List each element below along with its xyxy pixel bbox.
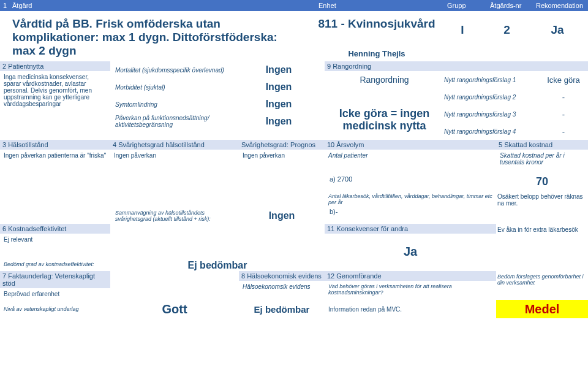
section-11: 11 Konsekvenser för andra Ja xyxy=(325,224,496,259)
health-economic-value: Ej bedömbar xyxy=(239,304,325,315)
volume-a-value: a) 2700 xyxy=(325,175,496,188)
row-volume-values: a) 2700 70 xyxy=(0,175,588,188)
row-final: Nivå av vetenskapligt underlag Gott Ej b… xyxy=(0,300,588,318)
header-grupp: Grupp xyxy=(444,1,487,10)
measure-value: Ingen xyxy=(233,99,325,110)
unit-block: 811 - Kvinnosjukvård Henning Thejls xyxy=(312,17,441,58)
section-9: 9 Rangordning Rangordning Nytt rangordni… xyxy=(325,61,588,140)
unit-person: Henning Thejls xyxy=(312,49,441,58)
section-prognos: Svårighetsgrad: Prognos Ingen påverkan xyxy=(239,140,325,168)
recommendation-value: Ja xyxy=(530,17,585,58)
section-8-body: Hälsoekonomsik evidens xyxy=(239,281,325,292)
ranking-proposal-label: Nytt rangordningsförslag 3 xyxy=(444,111,539,118)
measure-label: Mortalitet (sjukdomsspecifik överlevnad) xyxy=(110,67,233,74)
section-6-head: 6 Kostnadseffektivitet xyxy=(0,224,110,234)
ranking-row: Icke göra = ingen medicinsk nytta Nytt r… xyxy=(325,105,588,123)
ranking-center-inner: Icke göra = ingen medicinsk nytta xyxy=(325,108,444,132)
action-title: Vårdtid på BB. Frisk omföderska utan kom… xyxy=(3,17,312,58)
row-evidence: 7 Faktaunderlag: Vetenskapligt stöd Bepr… xyxy=(0,271,588,300)
evidence-level-value: Gott xyxy=(110,302,239,316)
section-6-body: Ej relevant xyxy=(0,234,110,258)
measure-label: Symtomlindring xyxy=(110,101,233,108)
feasibility-value: Medel xyxy=(496,300,588,318)
summary-label: Sammanvägning av hälsotillståndets svåri… xyxy=(110,210,239,222)
ranking-row: Nytt rangordningsförslag 2 - xyxy=(325,88,588,105)
ranking-label: Rangordning xyxy=(325,75,444,85)
section-10-body: Antal patienter xyxy=(325,150,496,161)
ranking-proposal-value: - xyxy=(539,110,588,119)
mid-spacer xyxy=(110,224,325,259)
ranking-proposal-value: Icke göra xyxy=(539,75,588,85)
row-volume-notes: Antal läkarbesök, vårdtillfällen, vårdda… xyxy=(0,192,588,208)
consequences-note: Ev åka in för extra läkarbesök xyxy=(496,224,588,259)
measure-value: Ingen xyxy=(233,64,325,75)
measure-label: Påverkan på funktionsnedsättning/ aktivi… xyxy=(110,115,233,128)
measure-value: Ingen xyxy=(233,116,325,127)
section-12-head: 12 Genomförande xyxy=(325,271,496,281)
implementation-note: Bedöm förslagets genomförbarhet i din ve… xyxy=(496,271,588,300)
section-7-body: Beprövad erfarenhet xyxy=(0,288,110,300)
section-12-body: Vad behöver göras i verksamheten för att… xyxy=(325,281,496,298)
cost-value: 70 xyxy=(496,175,588,188)
section-2-head: 2 Patientnytta xyxy=(0,61,110,71)
section-4-head: 4 Svårighetsgrad hälsotillstånd xyxy=(110,140,239,150)
header-enhet: Enhet xyxy=(315,1,444,10)
volume-note: Antal läkarbesök, vårdtillfällen, vårdda… xyxy=(325,192,496,208)
unit-name: 811 - Kvinnosjukvård xyxy=(312,17,441,31)
spacer xyxy=(110,271,239,300)
section-prognos-body: Ingen påverkan xyxy=(239,150,325,161)
section-3: 3 Hälsotillstånd Ingen påverkan patiente… xyxy=(0,140,110,168)
section-12: 12 Genomförande Vad behöver göras i verk… xyxy=(325,271,496,300)
implementation-info: Information redan på MVC. xyxy=(325,305,496,314)
section-4: 4 Svårighetsgrad hälsotillstånd Ingen på… xyxy=(110,140,239,168)
spacer xyxy=(325,259,496,271)
ranking-row: Rangordning Nytt rangordningsförslag 1 I… xyxy=(325,71,588,88)
spacer xyxy=(0,192,325,208)
cost-effectiveness-label: Bedömd grad av kostnadseffektivitet: xyxy=(0,259,110,271)
cost-effectiveness-value: Ej bedömbar xyxy=(110,259,325,271)
section-6: 6 Kostnadseffektivitet Ej relevant xyxy=(0,224,110,259)
ranking-proposal-value: - xyxy=(539,93,588,102)
header-rek: Rekomendation xyxy=(533,1,588,10)
measure-label: Morbiditet (sjuktal) xyxy=(110,84,233,91)
measure-row: Mortalitet (sjukdomsspecifik överlevnad)… xyxy=(110,61,325,78)
row-health-volume: 3 Hälsotillstånd Ingen påverkan patiente… xyxy=(0,140,588,168)
section-5: 5 Skattad kostnad Skattad kostnad per år… xyxy=(496,140,588,168)
section-11-value: Ja xyxy=(325,245,496,259)
section-2: 2 Patientnytta Inga medicinska konsekven… xyxy=(0,61,110,140)
title-row: Vårdtid på BB. Frisk omföderska utan kom… xyxy=(0,11,588,61)
section-prognos-head: Svårighetsgrad: Prognos xyxy=(239,140,325,150)
header-atgard: Åtgärd xyxy=(9,1,315,10)
section-2-body: Inga medicinska konsekvenser, sparar vår… xyxy=(0,71,110,110)
measure-row: Påverkan på funktionsnedsättning/ aktivi… xyxy=(110,113,325,130)
ranking-proposal-label: Nytt rangordningsförslag 2 xyxy=(444,94,539,101)
section-11-head: 11 Konsekvenser för andra xyxy=(325,224,496,234)
section-measures: Mortalitet (sjukdomsspecifik överlevnad)… xyxy=(110,61,325,140)
spacer xyxy=(0,175,325,188)
section-3-head: 3 Hälsotillstånd xyxy=(0,140,110,150)
summary-row: Sammanvägning av hälsotillståndets svåri… xyxy=(110,208,325,224)
section-4-body: Ingen påverkan xyxy=(110,150,239,161)
row-patient-ranking: 2 Patientnytta Inga medicinska konsekven… xyxy=(0,61,588,140)
section-7-head: 7 Faktaunderlag: Vetenskapligt stöd xyxy=(0,271,110,288)
section-10: 10 Årsvolym Antal patienter xyxy=(325,140,496,168)
evidence-level-label: Nivå av vetenskapligt underlag xyxy=(0,305,110,313)
ranking-proposal-label: Nytt rangordningsförslag 1 xyxy=(444,77,539,83)
action-number: 2 xyxy=(484,17,530,58)
table-header: 1 Åtgärd Enhet Grupp Åtgärds-nr Rekomend… xyxy=(0,0,588,11)
measure-value: Ingen xyxy=(233,82,325,93)
row-cost-consequences: 6 Kostnadseffektivitet Ej relevant 11 Ko… xyxy=(0,224,588,259)
measure-row: Symtomlindring Ingen xyxy=(110,96,325,113)
row-assessable: Bedömd grad av kostnadseffektivitet: Ej … xyxy=(0,259,588,271)
section-10-head: 10 Årsvolym xyxy=(325,140,496,150)
spacer xyxy=(0,208,110,224)
section-7: 7 Faktaunderlag: Vetenskapligt stöd Bepr… xyxy=(0,271,110,300)
measure-row: Morbiditet (sjuktal) Ingen xyxy=(110,78,325,96)
spacer xyxy=(496,208,588,224)
section-5-body: Skattad kostnad per år i tusentals krono… xyxy=(496,150,588,168)
section-9-head: 9 Rangordning xyxy=(325,61,588,71)
section-8-head: 8 Hälsoekonomisk evidens xyxy=(239,271,325,281)
summary-value: Ingen xyxy=(239,210,325,221)
cost-note: Osäkert belopp behöver räknas na mer. xyxy=(496,192,588,208)
ranking-proposal-value: - xyxy=(539,127,588,136)
